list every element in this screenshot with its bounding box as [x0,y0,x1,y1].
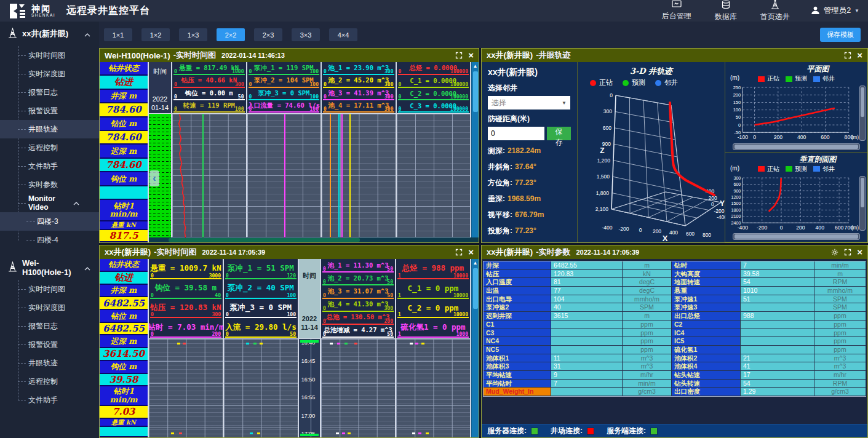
curve-label: 0泵冲_1 = 51 SPM120 [225,260,297,279]
trajectory-stat: 视平移:676.79m [488,210,571,220]
layout-button-1×2[interactable]: 1×2 [141,28,170,41]
curve-line [349,114,351,237]
scrollbar-thumb[interactable] [861,178,864,207]
table-param-value [741,346,814,354]
curve-max: 50 [238,94,244,100]
neighbor-select[interactable]: 选择 ▼ [488,96,570,110]
scrollbar-thumb[interactable] [735,234,858,239]
curve-min: 0 [323,332,326,337]
layout-button-3×3[interactable]: 3×3 [292,28,320,41]
expand-icon[interactable] [844,249,851,256]
sidebar-item[interactable]: 文件助手 [0,157,99,175]
curve-name: 总池 = 130.50 m^3 [326,313,389,322]
sidebar-item-label: 实时时间图 [28,50,65,61]
stat-label: 视平移: [488,210,512,219]
curve-min: 0 [226,312,229,317]
expand-icon[interactable] [455,249,463,256]
chevron-up-icon [84,263,90,273]
sidebar-item[interactable]: 远程控制 [0,138,99,157]
curve-min: 1 [398,332,401,337]
legend-label: 邻井 [822,165,835,173]
scroll-back-handle[interactable]: ‹ [149,170,159,186]
nav-database[interactable]: 数据库 [715,0,737,22]
layout-button-1×1[interactable]: 1×1 [104,28,132,41]
sidebar-well[interactable]: xx井(新井眼) [0,22,99,46]
nav-well-select[interactable]: 首页选井 [760,0,790,22]
expand-icon[interactable] [844,52,851,59]
scroll-up-icon[interactable]: ▲ [473,62,478,70]
sidebar-item[interactable]: 报警日志 [0,317,99,335]
distance-input[interactable] [488,127,544,140]
data-dot [410,343,413,344]
sidebar-item[interactable]: 井眼轨迹 [0,354,99,372]
layout-button-1×3[interactable]: 1×3 [179,28,207,41]
save-template-button[interactable]: 保存模板 [820,28,861,42]
scrollbar-thumb[interactable] [169,238,360,242]
vertical-scrollbar[interactable]: ▲ [471,259,479,437]
curve-max: 40 [215,293,221,298]
sidebar-item[interactable]: 报警设置 [0,335,99,354]
close-icon[interactable]: × [468,52,474,59]
table-param-unit: ppm [623,321,672,329]
layout-button-2×2[interactable]: 2×2 [217,28,245,41]
curve-max: 100 [235,106,244,112]
close-icon[interactable]: × [857,249,862,256]
plan-view-legend: 正钻预测邻井 [727,74,866,83]
user-menu[interactable]: 管理员2▼ [811,6,859,17]
scrollbar-thumb[interactable] [473,268,478,309]
layout-button-2×3[interactable]: 2×3 [254,28,282,41]
close-icon[interactable]: × [857,52,862,59]
chevron-up-icon [84,30,90,39]
sidebar-item[interactable]: 实时深度图 [0,298,99,317]
track-plot [247,114,321,237]
sidebar-item[interactable]: 文件助手 [0,391,99,409]
scroll-up-icon[interactable]: ▲ [473,259,478,267]
svg-text:150: 150 [733,100,741,105]
horizontal-scrollbar[interactable] [733,233,860,240]
scrollbar-thumb[interactable] [861,87,864,117]
legend-label: 邻井 [822,74,835,83]
table-param-label: 钻头转速 [672,380,741,388]
horizontal-scrollbar[interactable] [733,143,860,150]
horizontal-scrollbar[interactable] [149,237,479,242]
curve-line [284,114,285,237]
scrollbar-thumb[interactable] [473,71,478,112]
sidebar-item[interactable]: 实时深度图 [0,65,99,83]
plot3d-canvas: 03006009001,2001,5001,8002,100Z-400-2000… [578,89,725,242]
chart-track: 1总烃 = 988 ppm100001C_1 = 0 ppm100001C_2 … [396,259,471,437]
sidebar-item[interactable]: 四楼-3 [0,212,99,231]
sidebar-item-label: 井眼轨迹 [28,358,58,368]
table-param-unit: g/cm3 [623,388,672,396]
vertical-scrollbar[interactable]: ▲ [471,62,479,237]
sidebar-item[interactable]: 报警设置 [0,102,99,120]
sidebar-item[interactable]: 远程控制 [0,372,99,391]
layout-button-4×4[interactable]: 4×4 [329,28,357,41]
curve-label: 0池_4 = 41.30 m^3300 [322,299,394,312]
svg-text:0: 0 [780,225,783,231]
sidebar-item[interactable]: 井眼轨迹 [0,120,99,138]
vertical-scrollbar[interactable] [859,176,866,231]
legend-label: 预测 [795,165,807,173]
sidebar-item-group[interactable]: Monitor Video [0,194,99,212]
table-param-unit: ppm [814,321,866,329]
sidebar-item[interactable]: 实时时间图 [0,46,99,65]
gear-icon[interactable] [831,249,838,256]
close-icon[interactable]: × [468,249,474,256]
sidebar-item[interactable]: 实时参数 [0,175,99,194]
nav-admin-console[interactable]: 后台管理 [662,0,691,22]
expand-icon[interactable] [455,52,463,59]
time-tick: 16:45 [299,358,317,364]
vertical-scrollbar[interactable] [859,86,866,141]
save-distance-button[interactable]: 保存 [547,127,571,140]
table-param-label: 池体积1 [484,354,551,363]
scrollbar-thumb[interactable] [735,145,858,149]
sidebar-item[interactable]: 报警日志 [0,83,99,102]
sidebar-item[interactable]: 实时时间图 [0,280,99,298]
svg-text:250: 250 [733,85,741,90]
sidebar-item[interactable]: 四楼-4 [0,231,99,249]
curve-min: 1 [398,312,401,317]
curve-min: 0 [324,106,327,112]
status-indicator [531,428,538,435]
sidebar-well[interactable]: Wei-H100(Hole-1) [0,255,99,280]
panel-type: -井眼轨迹 [536,50,570,61]
